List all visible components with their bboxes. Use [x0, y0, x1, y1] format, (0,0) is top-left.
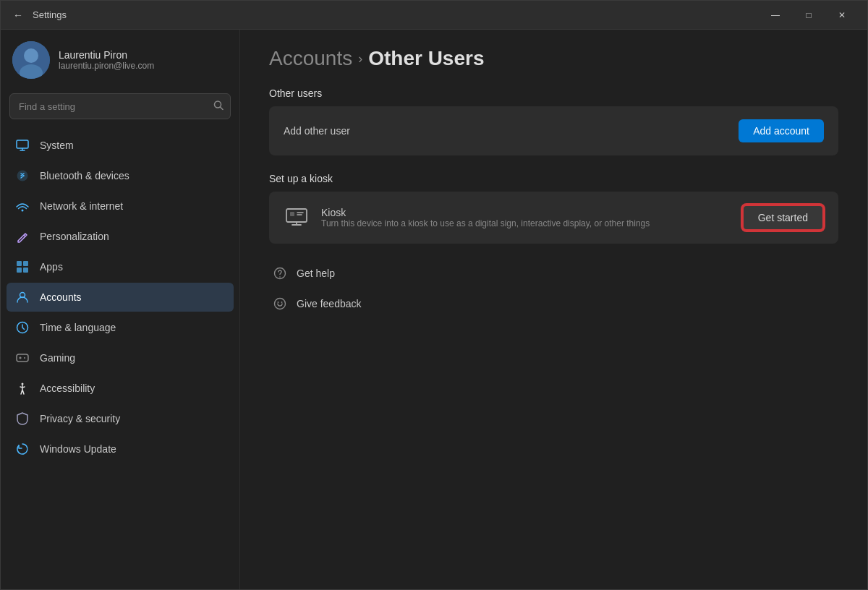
accessibility-icon	[15, 381, 30, 396]
title-bar: ← Settings — □ ✕	[1, 1, 867, 30]
time-icon	[15, 320, 30, 335]
breadcrumb-separator: ›	[358, 51, 362, 67]
breadcrumb: Accounts › Other Users	[269, 47, 838, 70]
svg-rect-12	[17, 268, 22, 273]
kiosk-icon	[284, 205, 310, 231]
kiosk-title: Kiosk	[321, 207, 650, 218]
sidebar-item-label-bluetooth: Bluetooth & devices	[40, 170, 129, 181]
sidebar-item-label-personalization: Personalization	[40, 231, 109, 242]
svg-rect-10	[17, 261, 22, 266]
svg-rect-24	[290, 212, 294, 216]
svg-rect-5	[17, 140, 28, 148]
get-started-button[interactable]: Get started	[742, 205, 824, 231]
sidebar-item-apps[interactable]: Apps	[7, 252, 234, 281]
window-title: Settings	[33, 9, 67, 20]
svg-point-8	[17, 171, 28, 181]
svg-rect-16	[17, 354, 28, 362]
sidebar-nav: System Bluetooth & devices	[1, 128, 239, 466]
svg-point-30	[278, 302, 279, 303]
minimize-button[interactable]: —	[759, 4, 792, 27]
maximize-button[interactable]: □	[792, 4, 825, 27]
sidebar-item-label-accounts: Accounts	[40, 291, 82, 303]
sidebar-item-label-update: Windows Update	[40, 443, 116, 455]
sidebar-item-label-network: Network & internet	[40, 200, 123, 212]
give-feedback-item[interactable]: Give feedback	[269, 291, 838, 316]
sidebar-item-label-accessibility: Accessibility	[40, 382, 95, 394]
accounts-icon	[15, 290, 30, 304]
sidebar-item-label-time: Time & language	[40, 322, 116, 333]
sidebar-item-label-privacy: Privacy & security	[40, 413, 120, 424]
svg-point-28	[279, 276, 281, 278]
system-icon	[15, 138, 30, 153]
network-icon	[15, 199, 30, 213]
kiosk-section-title: Set up a kiosk	[269, 173, 838, 184]
svg-point-29	[275, 299, 286, 309]
kiosk-desc: Turn this device into a kiosk to use as …	[321, 218, 650, 228]
add-other-user-row: Add other user Add account	[269, 106, 838, 155]
back-button[interactable]: ←	[9, 7, 27, 24]
sidebar-item-accounts[interactable]: Accounts	[7, 283, 234, 312]
svg-rect-21	[286, 209, 307, 222]
get-help-icon	[272, 265, 288, 281]
svg-point-19	[24, 357, 25, 359]
get-help-label: Get help	[297, 268, 335, 279]
breadcrumb-current: Other Users	[368, 47, 484, 70]
sidebar-item-time[interactable]: Time & language	[7, 313, 234, 342]
svg-point-20	[22, 383, 24, 385]
sidebar-item-label-gaming: Gaming	[40, 352, 75, 364]
svg-rect-11	[23, 261, 28, 266]
breadcrumb-parent[interactable]: Accounts	[269, 47, 352, 70]
kiosk-section: Set up a kiosk	[269, 173, 838, 244]
give-feedback-icon	[272, 296, 288, 312]
user-profile[interactable]: Laurentiu Piron laurentiu.piron@live.com	[1, 30, 239, 93]
search-input[interactable]	[9, 93, 231, 119]
main-panel: Accounts › Other Users Other users Add o…	[239, 30, 867, 589]
search-icon	[213, 101, 224, 113]
footer-links: Get help Give feedback	[269, 261, 838, 316]
gaming-icon	[15, 351, 30, 365]
sidebar-item-network[interactable]: Network & internet	[7, 192, 234, 221]
sidebar: Laurentiu Piron laurentiu.piron@live.com	[1, 30, 239, 589]
search-box	[9, 93, 231, 119]
kiosk-row: Kiosk Turn this device into a kiosk to u…	[269, 192, 838, 244]
apps-icon	[15, 260, 30, 274]
settings-window: ← Settings — □ ✕ Laurentiu Piron	[0, 0, 868, 590]
sidebar-item-bluetooth[interactable]: Bluetooth & devices	[7, 161, 234, 190]
add-other-user-label: Add other user	[284, 125, 350, 137]
sidebar-item-update[interactable]: Windows Update	[7, 435, 234, 463]
title-bar-left: ← Settings	[9, 7, 759, 24]
add-account-button[interactable]: Add account	[739, 119, 824, 142]
kiosk-text: Kiosk Turn this device into a kiosk to u…	[321, 207, 650, 228]
sidebar-item-system[interactable]: System	[7, 131, 234, 160]
svg-point-9	[22, 210, 24, 212]
personalization-icon	[15, 229, 30, 244]
sidebar-item-label-system: System	[40, 140, 74, 151]
bluetooth-icon	[15, 168, 30, 183]
sidebar-item-personalization[interactable]: Personalization	[7, 222, 234, 251]
get-help-item[interactable]: Get help	[269, 261, 838, 286]
svg-rect-13	[23, 268, 28, 273]
avatar	[12, 41, 50, 79]
add-other-user-card: Add other user Add account	[269, 106, 838, 155]
privacy-icon	[15, 411, 30, 426]
kiosk-card: Kiosk Turn this device into a kiosk to u…	[269, 192, 838, 244]
update-icon	[15, 442, 30, 456]
sidebar-item-accessibility[interactable]: Accessibility	[7, 374, 234, 403]
give-feedback-label: Give feedback	[297, 298, 362, 309]
window-controls: — □ ✕	[759, 4, 859, 27]
sidebar-item-gaming[interactable]: Gaming	[7, 343, 234, 372]
kiosk-left: Kiosk Turn this device into a kiosk to u…	[284, 205, 650, 231]
content-area: Laurentiu Piron laurentiu.piron@live.com	[1, 30, 867, 589]
user-email: laurentiu.piron@live.com	[59, 61, 154, 71]
svg-line-4	[221, 107, 224, 110]
svg-point-1	[24, 48, 38, 63]
close-button[interactable]: ✕	[825, 4, 859, 27]
other-users-section: Other users Add other user Add account	[269, 87, 838, 155]
sidebar-item-privacy[interactable]: Privacy & security	[7, 404, 234, 433]
user-info: Laurentiu Piron laurentiu.piron@live.com	[59, 49, 154, 71]
svg-point-31	[281, 302, 283, 303]
sidebar-item-label-apps: Apps	[40, 261, 63, 273]
user-name: Laurentiu Piron	[59, 49, 154, 61]
other-users-section-title: Other users	[269, 87, 838, 99]
